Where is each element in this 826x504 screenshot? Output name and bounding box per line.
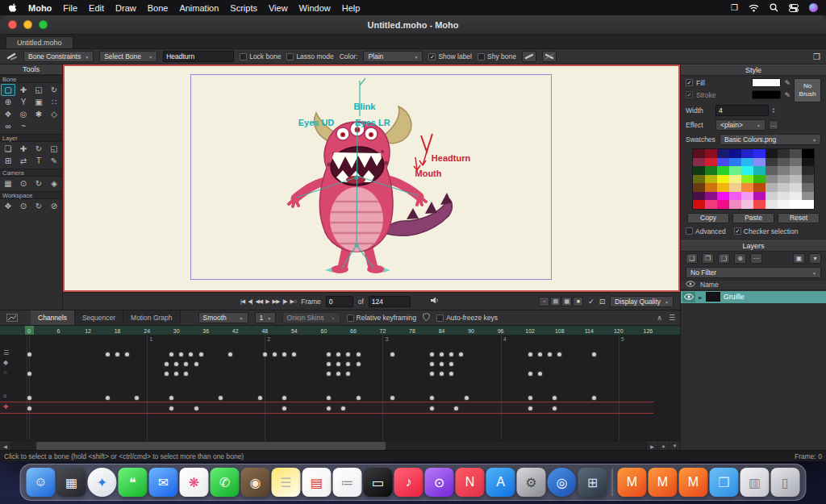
menu-item-file[interactable]: File [63, 3, 77, 13]
zoom-button[interactable] [39, 20, 48, 29]
palette-swatch[interactable] [693, 192, 705, 201]
palette-swatch[interactable] [741, 175, 753, 184]
step-back-button[interactable]: ◀◀ [255, 298, 262, 305]
follow-path-tool[interactable]: ⊞ [1, 155, 15, 167]
advanced-checkbox[interactable]: Advanced [686, 227, 726, 235]
keyframe-dot[interactable] [538, 352, 542, 356]
bone-constraints-tool[interactable]: ∞ [1, 120, 15, 132]
palette-swatch[interactable] [693, 175, 705, 184]
dock-moho-2[interactable]: M [649, 468, 678, 497]
control-center-icon[interactable] [789, 4, 799, 12]
fill-color-swatch[interactable] [752, 78, 781, 87]
zoom-workspace-tool[interactable]: ⊙ [16, 200, 31, 212]
palette-swatch[interactable] [753, 175, 766, 184]
next-keyframe-button[interactable]: |▶ [282, 298, 286, 305]
document-tab[interactable]: Untitled.moho [6, 36, 73, 48]
palette-swatch[interactable] [778, 175, 790, 184]
auto-freeze-checkbox[interactable]: Auto-freeze keys [436, 314, 498, 322]
dock-music[interactable]: ♪ [394, 468, 423, 497]
timeline-tracks[interactable]: 12345☰◆○⌗✚ [0, 335, 680, 440]
stage-manager-icon[interactable]: ❐ [731, 3, 738, 12]
keyframe-dot[interactable] [106, 396, 110, 400]
keyframe-dot[interactable] [430, 406, 434, 410]
copy-style-button[interactable]: Copy [687, 213, 729, 223]
palette-swatch[interactable] [790, 158, 802, 167]
keyframe-dot[interactable] [228, 352, 232, 356]
collapse-timeline-icon[interactable]: ∧ [657, 314, 662, 322]
keyframe-dot[interactable] [346, 352, 350, 356]
keyframe-dot[interactable] [430, 396, 434, 400]
palette-swatch[interactable] [802, 200, 814, 209]
palette-swatch[interactable] [717, 175, 729, 184]
frame-input[interactable] [326, 296, 353, 307]
safe-area-icon[interactable]: ⊡ [599, 298, 606, 306]
dock-app-utility[interactable]: ⊞ [578, 468, 607, 497]
minimize-button[interactable] [23, 20, 32, 29]
frame-step-dropdown[interactable]: 1 [255, 312, 276, 323]
menu-item-view[interactable]: View [269, 3, 288, 13]
palette-swatch[interactable] [766, 166, 778, 175]
audio-icon[interactable] [430, 297, 439, 306]
keyframe-dot[interactable] [327, 362, 331, 366]
palette-swatch[interactable] [753, 192, 766, 201]
keyframe-dot[interactable] [27, 396, 31, 400]
palette-swatch[interactable] [693, 149, 705, 158]
dock-files[interactable]: ▥ [740, 468, 770, 497]
bone-label-mouth[interactable]: Mouth [415, 169, 442, 178]
rotate-bone-tool[interactable]: ↻ [47, 84, 61, 96]
onion-skins-dropdown[interactable]: Onion Skins [282, 312, 340, 323]
palette-swatch[interactable] [790, 200, 802, 209]
translate-bone-tool[interactable]: ✚ [16, 84, 31, 96]
palette-swatch[interactable] [705, 158, 717, 167]
palette-swatch[interactable] [741, 166, 753, 175]
keyframe-dot[interactable] [430, 352, 434, 356]
palette-swatch[interactable] [753, 183, 766, 192]
menu-item-scripts[interactable]: Scripts [230, 3, 257, 13]
more-layer-options-button[interactable]: ⋯ [750, 253, 762, 264]
show-bone-labels-button[interactable] [522, 51, 536, 62]
keyframe-dot[interactable] [327, 372, 331, 376]
dock-trash[interactable]: ▯ [771, 468, 800, 497]
wifi-icon[interactable] [749, 4, 759, 12]
keyframe-dot[interactable] [27, 372, 31, 376]
canvas[interactable]: Blink Eyes UD Eyes LR Headturn Mouth [63, 65, 680, 292]
palette-swatch[interactable] [778, 183, 790, 192]
flexi-bind-tool[interactable]: ❖ [1, 108, 15, 120]
palette-swatch[interactable] [705, 183, 717, 192]
lasso-mode-checkbox[interactable]: Lasso mode [286, 52, 333, 60]
fill-eyedropper-icon[interactable]: ✎ [784, 79, 791, 87]
palette-swatch[interactable] [753, 158, 766, 167]
layer-visibility-toggle[interactable] [682, 292, 695, 302]
select-layer-tool[interactable]: ❏ [1, 143, 15, 155]
new-group-button[interactable]: ❐ [702, 253, 714, 264]
palette-swatch[interactable] [741, 183, 753, 192]
dock-app-blue[interactable]: ◎ [548, 468, 577, 497]
transform-bone-tool[interactable]: ◇ [47, 108, 61, 120]
palette-swatch[interactable] [778, 192, 790, 201]
keyframe-dot[interactable] [165, 362, 169, 366]
dock-tv[interactable]: ▭ [364, 468, 393, 497]
menu-item-help[interactable]: Help [342, 3, 361, 13]
keyframe-dot[interactable] [449, 352, 453, 356]
dock-photos[interactable]: ❋ [180, 468, 209, 497]
keyframe-dot[interactable] [184, 372, 188, 376]
keyframe-dot[interactable] [135, 396, 139, 400]
quality-full-button[interactable]: ■ [573, 297, 583, 306]
palette-swatch[interactable] [778, 166, 790, 175]
keyframe-dot[interactable] [292, 352, 296, 356]
orbit-workspace-tool[interactable]: ⊘ [47, 200, 61, 212]
keyframe-dot[interactable] [548, 352, 552, 356]
palette-swatch[interactable] [790, 183, 802, 192]
palette-swatch[interactable] [705, 175, 717, 184]
effect-dropdown[interactable]: <plain> [715, 119, 766, 131]
keyframe-dot[interactable] [430, 362, 434, 366]
keyframe-dot[interactable] [528, 352, 532, 356]
paste-style-button[interactable]: Paste [732, 213, 774, 223]
palette-swatch[interactable] [753, 149, 766, 158]
keyframe-dot[interactable] [528, 406, 532, 410]
timeline-ruler[interactable]: 0612182430364248546066727884909610210811… [0, 325, 680, 335]
palette-swatch[interactable] [790, 149, 802, 158]
pan-workspace-tool[interactable]: ✥ [1, 200, 15, 212]
dock-podcasts[interactable]: ⊙ [425, 468, 454, 497]
palette-swatch[interactable] [717, 158, 729, 167]
